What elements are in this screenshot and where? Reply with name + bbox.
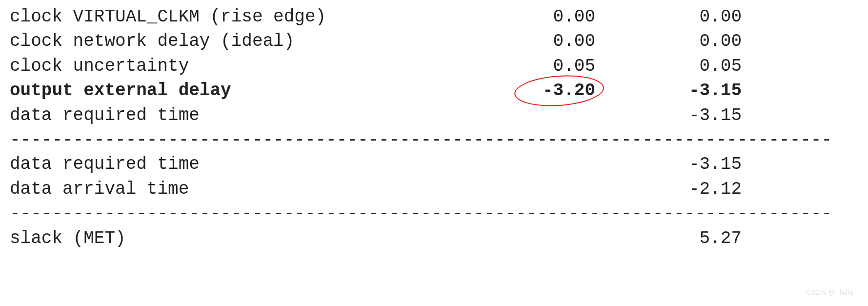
row-label: clock VIRTUAL_CLKM (rise edge) xyxy=(10,5,449,29)
row-label: data arrival time xyxy=(10,177,449,202)
row-col2: 0.00 xyxy=(595,29,742,54)
divider-row: ----------------------------------------… xyxy=(10,128,859,152)
report-row: clock network delay (ideal) 0.00 0.00 xyxy=(10,29,859,54)
dash-divider: ----------------------------------------… xyxy=(10,202,859,226)
row-col1: 0.00 xyxy=(449,5,595,29)
row-col2: -2.12 xyxy=(595,177,742,202)
timing-report: clock VIRTUAL_CLKM (rise edge) 0.00 0.00… xyxy=(10,5,859,251)
row-label: data required time xyxy=(10,152,449,177)
row-col2: 5.27 xyxy=(595,226,742,251)
row-col2: -3.15 xyxy=(595,79,742,103)
report-row: clock VIRTUAL_CLKM (rise edge) 0.00 0.00 xyxy=(10,5,859,29)
row-label: output external delay xyxy=(10,79,449,103)
report-row: data required time -3.15 xyxy=(10,152,859,177)
row-col2: -3.15 xyxy=(595,103,742,128)
row-col1: 0.00 xyxy=(449,29,595,54)
report-row: data arrival time -2.12 xyxy=(10,177,859,202)
row-label: clock network delay (ideal) xyxy=(10,29,449,54)
divider-row: ----------------------------------------… xyxy=(10,202,859,226)
report-row: clock uncertainty 0.05 0.05 xyxy=(10,54,859,79)
row-col1: -3.20 xyxy=(449,79,595,103)
report-row: data required time -3.15 xyxy=(10,103,859,128)
report-row-slack: slack (MET) 5.27 xyxy=(10,226,859,251)
row-col2: -3.15 xyxy=(595,152,742,177)
row-label: clock uncertainty xyxy=(10,54,449,79)
row-col2: 0.00 xyxy=(595,5,742,29)
row-col1: 0.05 xyxy=(449,54,595,79)
row-label: data required time xyxy=(10,103,449,128)
circled-value: -3.20 xyxy=(543,81,595,101)
dash-divider: ----------------------------------------… xyxy=(10,128,859,152)
row-label: slack (MET) xyxy=(10,226,449,251)
row-col2: 0.05 xyxy=(595,54,742,79)
report-row-output-external-delay: output external delay -3.20 -3.15 xyxy=(10,79,859,103)
